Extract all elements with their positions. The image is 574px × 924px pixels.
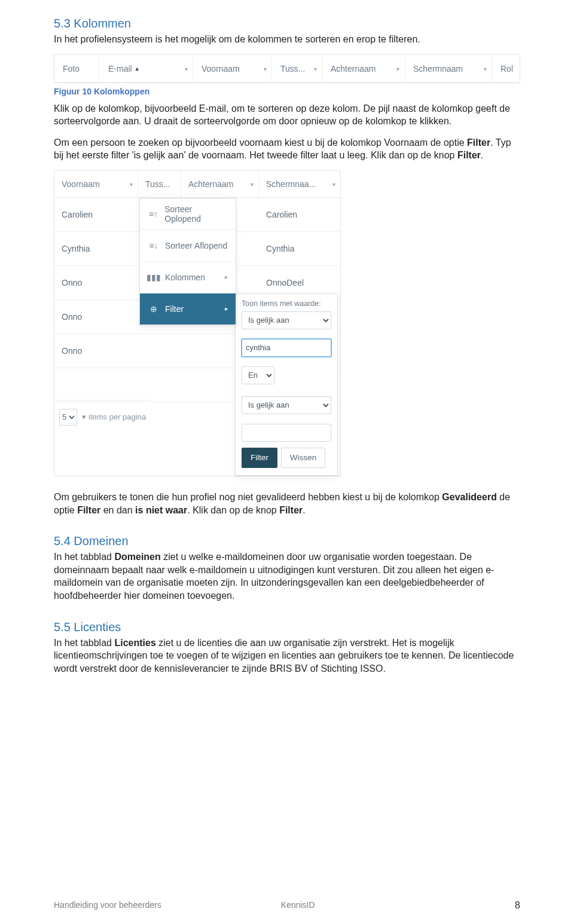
column-label: Voornaam xyxy=(62,179,100,189)
chevron-right-icon: ▸ xyxy=(225,305,228,313)
filter-operator-2[interactable]: Is gelijk aan xyxy=(242,396,331,414)
grid2-column-schermnaam[interactable]: Schermnaa... ▾ xyxy=(259,171,340,197)
figure-10-grid-headers: Foto E-mail ▲ ▾ Voornaam ▾ Tuss... ▾ Ach… xyxy=(54,54,520,83)
chevron-down-icon[interactable]: ▾ xyxy=(264,65,267,72)
section-5-3-intro: In het profielensysteem is het mogelijk … xyxy=(54,33,520,46)
menu-label: Sorteer Aflopend xyxy=(165,241,227,250)
figure-10-caption: Figuur 10 Kolomkoppen xyxy=(54,87,520,96)
paragraph-filter-explain: Om een persoon te zoeken op bijvoorbeeld… xyxy=(54,136,520,162)
grid2-column-tuss[interactable]: Tuss... xyxy=(138,171,181,197)
column-header-schermnaam[interactable]: Schermnaam ▾ xyxy=(405,55,492,82)
menu-label: Sorteer Oplopend xyxy=(164,204,228,224)
cell-schermnaam: Cynthia xyxy=(259,232,340,265)
filter-clear-button[interactable]: Wissen xyxy=(281,448,325,468)
filter-value-1-input[interactable] xyxy=(242,339,331,357)
footer-center: KennisID xyxy=(281,900,315,911)
filter-apply-button[interactable]: Filter xyxy=(242,448,277,468)
chevron-right-icon: ▸ xyxy=(225,273,228,281)
grid2-body: Carolien Carolien Cynthia Cynthia Onno O… xyxy=(54,198,340,402)
cell-voornaam: Carolien xyxy=(54,198,138,231)
column-label: Rol xyxy=(500,64,513,74)
pager: 5 ▾ items per pagina xyxy=(54,400,151,434)
filter-panel: Toon items met waarde: Is gelijk aan En … xyxy=(235,293,338,476)
chevron-down-icon[interactable]: ▾ xyxy=(251,180,254,187)
menu-filter[interactable]: ⊕ Filter ▸ xyxy=(140,293,236,325)
section-5-4-body: In het tabblad Domeinen ziet u welke e-m… xyxy=(54,550,520,602)
column-label: Achternaam xyxy=(188,179,233,189)
column-label: Achternaam xyxy=(331,64,375,74)
filter-conjunction[interactable]: En xyxy=(242,366,274,384)
filter-operator-1[interactable]: Is gelijk aan xyxy=(242,311,331,329)
section-5-5-body: In het tabblad Licenties ziet u de licen… xyxy=(54,637,520,675)
grid2-header-row: Voornaam ▾ Tuss... Achternaam ▾ Schermna… xyxy=(54,171,340,198)
columns-icon: ▮▮▮ xyxy=(147,273,160,282)
column-label: Tuss... xyxy=(145,179,170,189)
cell-tuss xyxy=(138,334,181,368)
filter-label: Toon items met waarde: xyxy=(242,299,321,308)
column-label: Tuss... xyxy=(280,64,306,74)
sort-asc-icon: ▲ xyxy=(135,66,140,72)
paragraph-sort-explain: Klik op de kolomkop, bijvoorbeeld E-mail… xyxy=(54,102,520,128)
menu-sort-ascending[interactable]: ≡↑ Sorteer Oplopend xyxy=(140,198,236,230)
column-label: Voornaam xyxy=(201,64,240,74)
grid2-column-voornaam[interactable]: Voornaam ▾ xyxy=(54,171,138,197)
menu-label: Filter xyxy=(165,304,184,314)
column-context-menu: ≡↑ Sorteer Oplopend ≡↓ Sorteer Aflopend … xyxy=(139,198,236,326)
chevron-down-icon[interactable]: ▾ xyxy=(185,65,188,72)
column-label: Foto xyxy=(63,64,80,74)
cell-voornaam: Cynthia xyxy=(54,232,138,265)
column-header-voornaam[interactable]: Voornaam ▾ xyxy=(193,55,272,82)
figure-filter-grid: Voornaam ▾ Tuss... Achternaam ▾ Schermna… xyxy=(54,170,341,476)
chevron-down-icon[interactable]: ▾ xyxy=(484,65,487,72)
column-header-tussenvoegsel[interactable]: Tuss... ▾ xyxy=(272,55,322,82)
menu-label: Kolommen xyxy=(165,273,205,282)
column-label: Schermnaa... xyxy=(266,179,316,189)
cell-voornaam: Onno xyxy=(54,300,138,334)
pager-label: items per pagina xyxy=(88,412,146,421)
sort-asc-icon: ≡↑ xyxy=(147,209,160,219)
cell-voornaam: Onno xyxy=(54,266,138,299)
footer-page-number: 8 xyxy=(515,900,520,911)
page-size-select[interactable]: 5 xyxy=(59,409,77,426)
menu-sort-descending[interactable]: ≡↓ Sorteer Aflopend xyxy=(140,230,236,262)
footer-left: Handleiding voor beheerders xyxy=(54,900,161,911)
grid2-column-achternaam[interactable]: Achternaam ▾ xyxy=(181,171,259,197)
section-5-5-title: 5.5 Licenties xyxy=(54,620,520,634)
column-header-achternaam[interactable]: Achternaam ▾ xyxy=(322,55,405,82)
page-footer: Handleiding voor beheerders KennisID 8 xyxy=(54,900,520,911)
column-header-email[interactable]: E-mail ▲ ▾ xyxy=(100,55,193,82)
filter-value-2-input[interactable] xyxy=(242,424,331,442)
section-5-4-title: 5.4 Domeinen xyxy=(54,534,520,548)
sort-desc-icon: ≡↓ xyxy=(147,241,160,250)
cell-schermnaam: Carolien xyxy=(259,198,340,231)
column-label: E-mail xyxy=(108,64,132,74)
column-header-rol[interactable]: Rol xyxy=(492,55,520,82)
filter-icon: ⊕ xyxy=(147,304,160,314)
menu-columns[interactable]: ▮▮▮ Kolommen ▸ xyxy=(140,262,236,293)
column-label: Schermnaam xyxy=(413,64,463,74)
chevron-down-icon[interactable]: ▾ xyxy=(396,65,399,72)
chevron-down-icon[interactable]: ▾ xyxy=(332,180,335,187)
paragraph-gevalideerd: Om gebruikers te tonen die hun profiel n… xyxy=(54,491,520,516)
column-header-foto[interactable]: Foto xyxy=(54,55,100,82)
section-5-3-title: 5.3 Kolommen xyxy=(54,17,520,30)
chevron-down-icon[interactable]: ▾ xyxy=(314,65,317,72)
cell-voornaam: Onno xyxy=(54,334,138,368)
pager-caret-icon: ▾ xyxy=(82,412,86,421)
chevron-down-icon[interactable]: ▾ xyxy=(130,180,133,187)
